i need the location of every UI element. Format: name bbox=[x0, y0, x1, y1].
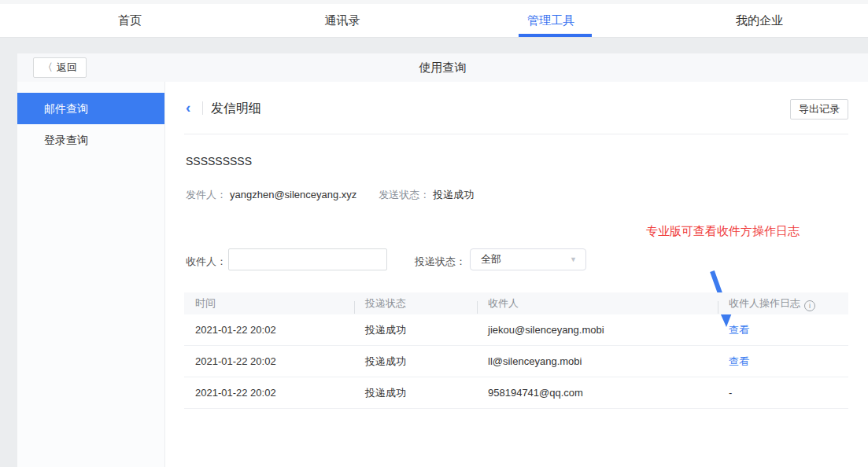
col-header-recipient: 收件人 bbox=[477, 296, 718, 311]
table-header: 时间 投递状态 收件人 收件人操作日志i bbox=[184, 292, 848, 314]
delivery-status-selected-value: 全部 bbox=[481, 253, 501, 265]
recipient-input[interactable] bbox=[228, 248, 387, 270]
sidebar: 邮件查询 登录查询 bbox=[17, 82, 165, 467]
mail-subject: SSSSSSSSS bbox=[186, 155, 252, 167]
cell-log: 查看 bbox=[718, 323, 848, 337]
send-status-value: 投递成功 bbox=[433, 189, 474, 200]
recipient-filter-label: 收件人： bbox=[186, 255, 227, 269]
delivery-status-select[interactable]: 全部 ▼ bbox=[470, 248, 586, 270]
send-status-label: 发送状态： bbox=[379, 189, 430, 200]
cell-status: 投递成功 bbox=[354, 323, 477, 337]
col-header-time: 时间 bbox=[184, 296, 354, 311]
back-button[interactable]: 〈返回 bbox=[33, 57, 87, 78]
back-button-label: 返回 bbox=[57, 61, 77, 73]
cell-time: 2021-01-22 20:02 bbox=[184, 355, 354, 367]
sidebar-item-login-query[interactable]: 登录查询 bbox=[17, 124, 164, 156]
table-row: 2021-01-22 20:02投递成功jiekou@silenceyang.m… bbox=[184, 314, 848, 346]
cell-log: - bbox=[718, 387, 848, 399]
mail-log-table: 时间 投递状态 收件人 收件人操作日志i 2021-01-22 20:02投递成… bbox=[184, 292, 848, 409]
page-title: 使用查询 bbox=[17, 53, 868, 82]
detail-title: 发信明细 bbox=[211, 101, 261, 117]
nav-item-home[interactable]: 首页 bbox=[118, 4, 142, 37]
info-icon[interactable]: i bbox=[804, 300, 815, 311]
chevron-down-icon: ▼ bbox=[570, 249, 577, 270]
cell-log: 查看 bbox=[718, 355, 848, 369]
nav-item-my-enterprise[interactable]: 我的企业 bbox=[736, 4, 783, 37]
sender-label: 发件人： bbox=[186, 189, 227, 200]
main-content: ‹ 发信明细 导出记录 SSSSSSSSS 发件人：yangzhen@silen… bbox=[165, 82, 868, 467]
delivery-status-filter-label: 投递状态： bbox=[415, 255, 466, 269]
sidebar-item-mail-query[interactable]: 邮件查询 bbox=[17, 93, 164, 124]
export-records-button[interactable]: 导出记录 bbox=[790, 99, 848, 120]
detail-back-chevron-icon[interactable]: ‹ bbox=[186, 100, 190, 116]
sender-value: yangzhen@silenceyang.xyz bbox=[230, 189, 356, 200]
mail-info-row: 发件人：yangzhen@silenceyang.xyz发送状态：投递成功 bbox=[186, 188, 474, 202]
cell-recipient: 958194741@qq.com bbox=[477, 387, 718, 399]
pro-version-annotation: 专业版可查看收件方操作日志 bbox=[646, 224, 800, 239]
title-horizontal-rule bbox=[184, 134, 848, 134]
nav-item-contacts[interactable]: 通讯录 bbox=[325, 4, 360, 37]
cell-recipient: ll@silenceyang.mobi bbox=[477, 355, 718, 367]
chevron-left-icon: 〈 bbox=[42, 61, 53, 73]
cell-status: 投递成功 bbox=[354, 355, 477, 369]
nav-item-admin-tools[interactable]: 管理工具 bbox=[527, 4, 574, 37]
query-header-bar: 使用查询 〈返回 bbox=[17, 53, 868, 82]
col-header-delivery-status: 投递状态 bbox=[354, 296, 477, 311]
view-log-link[interactable]: 查看 bbox=[729, 355, 749, 367]
table-row: 2021-01-22 20:02投递成功ll@silenceyang.mobi查… bbox=[184, 346, 848, 377]
title-divider bbox=[202, 101, 203, 115]
table-row: 2021-01-22 20:02投递成功958194741@qq.com- bbox=[184, 377, 848, 409]
view-log-link[interactable]: 查看 bbox=[729, 324, 749, 336]
active-tab-underline bbox=[519, 34, 592, 37]
cell-time: 2021-01-22 20:02 bbox=[184, 387, 354, 399]
col-header-recipient-log-label: 收件人操作日志 bbox=[729, 297, 800, 309]
cell-time: 2021-01-22 20:02 bbox=[184, 324, 354, 336]
top-nav: 首页 通讯录 管理工具 我的企业 bbox=[0, 4, 868, 38]
cell-status: 投递成功 bbox=[354, 386, 477, 400]
col-header-recipient-log: 收件人操作日志i bbox=[718, 296, 848, 311]
cell-recipient: jiekou@silenceyang.mobi bbox=[477, 324, 718, 336]
table-body: 2021-01-22 20:02投递成功jiekou@silenceyang.m… bbox=[184, 314, 848, 409]
